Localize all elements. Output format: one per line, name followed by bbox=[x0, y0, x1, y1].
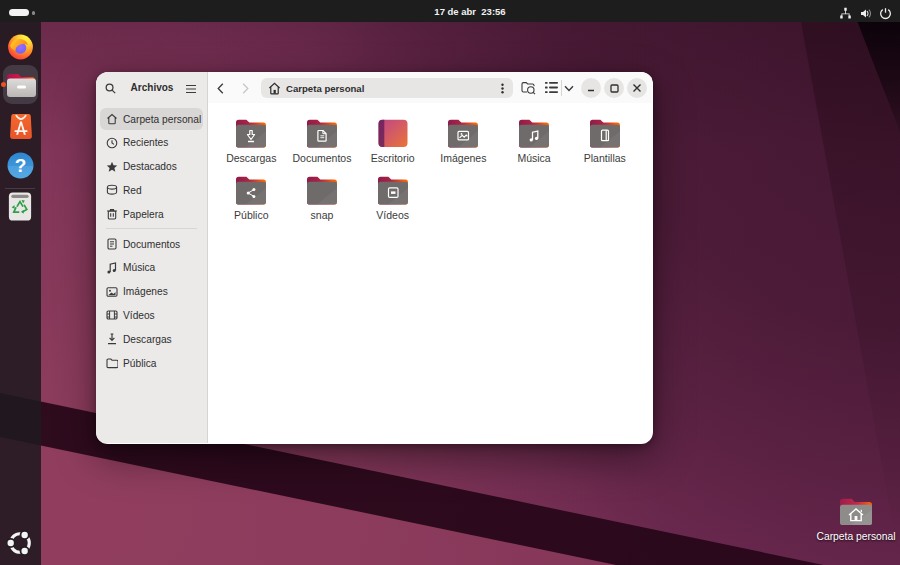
svg-text:?: ? bbox=[15, 155, 27, 176]
